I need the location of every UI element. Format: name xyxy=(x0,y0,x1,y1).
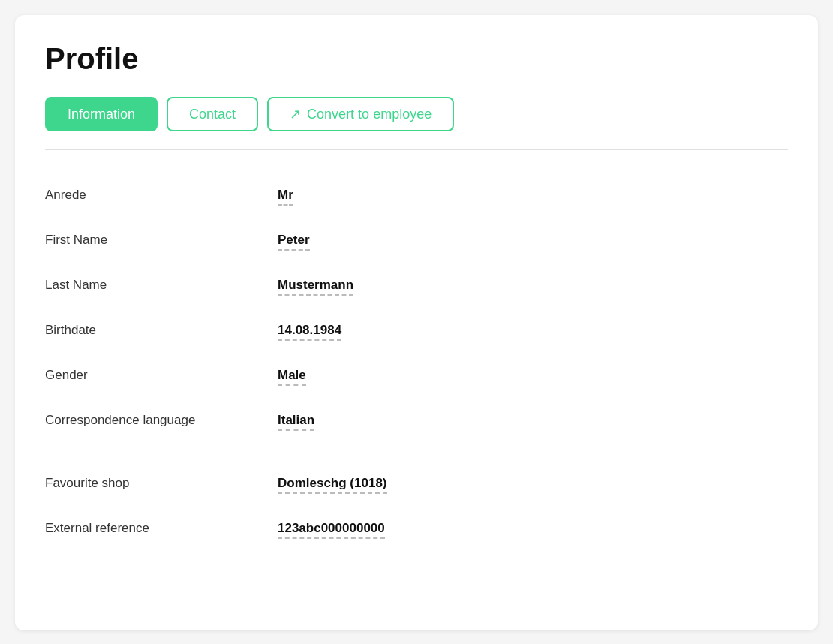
field-value: Domleschg (1018) xyxy=(278,476,387,494)
field-label: Anrede xyxy=(45,188,278,203)
field-value: Mr xyxy=(278,188,293,206)
table-row: Correspondence languageItalian xyxy=(45,399,788,444)
tab-contact[interactable]: Contact xyxy=(167,97,258,131)
field-value: Peter xyxy=(278,233,310,251)
field-label: Correspondence language xyxy=(45,413,278,428)
field-value: 14.08.1984 xyxy=(278,323,341,341)
tab-bar: Information Contact ↗ Convert to employe… xyxy=(45,97,788,131)
page-title: Profile xyxy=(45,42,788,76)
field-list: AnredeMrFirst NamePeterLast NameMusterma… xyxy=(45,174,788,444)
table-row: AnredeMr xyxy=(45,174,788,219)
field-label: Favourite shop xyxy=(45,476,278,491)
tab-convert[interactable]: ↗ Convert to employee xyxy=(267,97,454,131)
field-value: Italian xyxy=(278,413,314,431)
table-row: GenderMale xyxy=(45,354,788,399)
field-value: Mustermann xyxy=(278,278,353,296)
field-list-section2: Favourite shopDomleschg (1018)External r… xyxy=(45,462,788,552)
tab-information[interactable]: Information xyxy=(45,97,158,131)
divider xyxy=(45,149,788,150)
table-row: Favourite shopDomleschg (1018) xyxy=(45,462,788,507)
convert-label: Convert to employee xyxy=(307,107,432,122)
field-label: First Name xyxy=(45,233,278,248)
field-value: 123abc000000000 xyxy=(278,521,385,539)
field-label: Birthdate xyxy=(45,323,278,338)
table-row: First NamePeter xyxy=(45,219,788,264)
table-row: Birthdate14.08.1984 xyxy=(45,309,788,354)
field-label: Gender xyxy=(45,368,278,383)
field-label: External reference xyxy=(45,521,278,536)
table-row: Last NameMustermann xyxy=(45,264,788,309)
profile-card: Profile Information Contact ↗ Convert to… xyxy=(15,15,818,630)
field-label: Last Name xyxy=(45,278,278,293)
convert-icon: ↗ xyxy=(290,106,301,122)
section-gap xyxy=(45,444,788,462)
table-row: External reference123abc000000000 xyxy=(45,507,788,552)
field-value: Male xyxy=(278,368,306,386)
